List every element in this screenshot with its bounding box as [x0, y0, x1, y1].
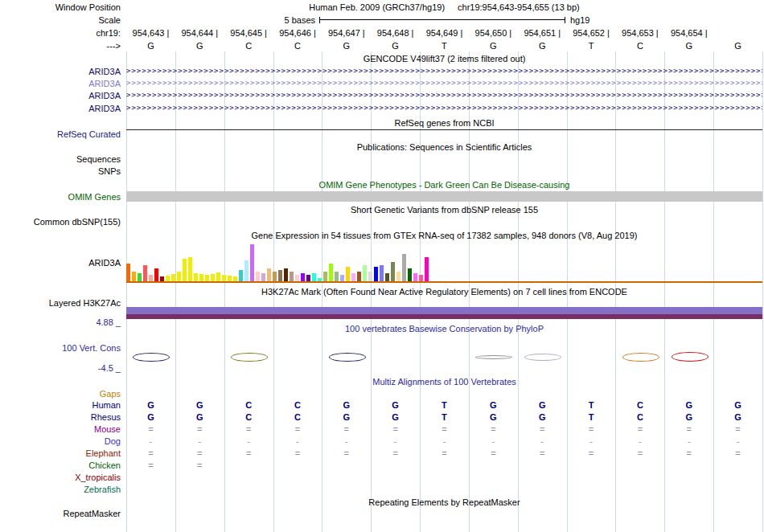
species-label-x_tropicalis[interactable]: X_tropicalis: [0, 472, 121, 483]
gtex-expression-bar[interactable]: [363, 265, 367, 281]
gtex-expression-bar[interactable]: [419, 275, 423, 281]
ruler-base: G: [371, 40, 420, 51]
snps-label[interactable]: SNPs: [0, 166, 121, 177]
alignment-base: -: [175, 436, 224, 447]
gtex-expression-bar[interactable]: [239, 270, 243, 281]
gtex-expression-bar[interactable]: [425, 257, 429, 281]
ruler-position: 954,653|: [615, 27, 664, 39]
gene-transcript[interactable]: >>>>>>>>>>>>>>>>>>>>>>>>>>>>>>>>>>>>>>>>…: [126, 78, 762, 88]
scale-value: 5 bases: [263, 14, 315, 26]
species-label-human[interactable]: Human: [0, 399, 121, 411]
gtex-expression-bar[interactable]: [340, 275, 344, 281]
gtex-expression-bar[interactable]: [391, 262, 395, 281]
refseq-curated-label[interactable]: RefSeq Curated: [0, 129, 121, 140]
gene-label[interactable]: ARID3A: [0, 90, 121, 101]
gtex-expression-bar[interactable]: [278, 270, 282, 281]
alignment-base: -: [420, 436, 469, 447]
gtex-expression-bar[interactable]: [380, 265, 384, 281]
gtex-expression-bar[interactable]: [408, 268, 412, 281]
gtex-gene-label[interactable]: ARID3A: [0, 257, 121, 268]
gene-transcript[interactable]: >>>>>>>>>>>>>>>>>>>>>>>>>>>>>>>>>>>>>>>>…: [126, 103, 762, 113]
ruler-position: 954,647|: [322, 27, 371, 39]
gene-transcript[interactable]: >>>>>>>>>>>>>>>>>>>>>>>>>>>>>>>>>>>>>>>>…: [126, 90, 762, 100]
gtex-expression-bar[interactable]: [143, 265, 147, 281]
h3k27ac-band[interactable]: [126, 307, 762, 314]
ruler-base: T: [567, 40, 616, 51]
h3k27ac-track-header: H3K27Ac Mark (Often Found Near Active Re…: [126, 286, 762, 297]
gtex-expression-bar[interactable]: [301, 273, 305, 281]
gtex-expression-bar[interactable]: [273, 272, 277, 281]
alignment-base: G: [126, 411, 175, 423]
gtex-expression-bar[interactable]: [205, 275, 209, 281]
dbsnp-label[interactable]: Common dbSNP(155): [0, 216, 121, 227]
gtex-expression-bar[interactable]: [261, 273, 265, 281]
gtex-expression-bar[interactable]: [222, 275, 226, 281]
species-label-mouse[interactable]: Mouse: [0, 424, 121, 435]
gtex-expression-bar[interactable]: [351, 273, 355, 281]
ruler-bases: GGCCGGTGGTCGG: [126, 40, 762, 51]
gtex-expression-bar[interactable]: [396, 272, 400, 281]
alignment-base: =: [615, 448, 664, 459]
alignment-base: C: [273, 411, 322, 423]
gtex-expression-bar[interactable]: [194, 273, 198, 281]
gene-label[interactable]: ARID3A: [0, 103, 121, 114]
ruler-position: 954,652|: [567, 27, 616, 39]
gtex-expression-bar[interactable]: [357, 272, 361, 281]
gene-label[interactable]: ARID3A: [0, 66, 121, 77]
gtex-expression-bar[interactable]: [312, 273, 316, 281]
gtex-expression-bar[interactable]: [154, 268, 158, 281]
gtex-expression-bar[interactable]: [256, 272, 260, 281]
refseq-transcript-line[interactable]: [126, 129, 762, 130]
gtex-expression-bar[interactable]: [199, 274, 203, 281]
gtex-expression-bar[interactable]: [244, 260, 249, 281]
gtex-expression-bar[interactable]: [335, 272, 339, 281]
gtex-expression-bar[interactable]: [188, 257, 192, 281]
h3k27ac-band[interactable]: [126, 314, 762, 319]
h3k27ac-label[interactable]: Layered H3K27Ac: [0, 297, 121, 309]
gtex-expression-bar[interactable]: [166, 276, 170, 281]
gene-transcript[interactable]: >>>>>>>>>>>>>>>>>>>>>>>>>>>>>>>>>>>>>>>>…: [126, 66, 762, 76]
gtex-expression-bar[interactable]: [177, 272, 181, 281]
gtex-expression-bar[interactable]: [413, 273, 417, 281]
omim-gene-bar[interactable]: [126, 191, 762, 202]
species-label-zebrafish[interactable]: Zebrafish: [0, 484, 121, 495]
gtex-expression-bar[interactable]: [211, 274, 215, 281]
gtex-expression-bar[interactable]: [138, 273, 142, 281]
alignment-base: =: [371, 448, 420, 459]
gtex-expression-bar[interactable]: [228, 276, 232, 281]
gtex-expression-bar[interactable]: [374, 267, 378, 281]
species-label-dog[interactable]: Dog: [0, 436, 121, 447]
gtex-expression-bar[interactable]: [250, 244, 254, 281]
gtex-expression-bar[interactable]: [183, 259, 187, 281]
gtex-expression-bar[interactable]: [126, 264, 130, 281]
gtex-expression-bar[interactable]: [306, 275, 310, 281]
gtex-expression-bar[interactable]: [290, 272, 294, 281]
gtex-expression-bar[interactable]: [216, 272, 220, 281]
conservation-max-label: 4.88 _: [0, 317, 121, 328]
gtex-expression-bar[interactable]: [368, 272, 372, 281]
alignment-base: =: [175, 448, 224, 459]
gtex-expression-bar[interactable]: [402, 254, 406, 281]
gtex-expression-bar[interactable]: [329, 264, 333, 281]
alignment-base: G: [175, 399, 224, 411]
gtex-expression-bar[interactable]: [171, 274, 175, 281]
species-label-rhesus[interactable]: Rhesus: [0, 411, 121, 423]
gtex-expression-bar[interactable]: [385, 273, 389, 281]
gtex-expression-bar[interactable]: [346, 267, 350, 281]
gtex-expression-bar[interactable]: [267, 268, 271, 281]
gtex-expression-bar[interactable]: [295, 275, 299, 281]
alignment-base: -: [713, 436, 762, 447]
species-label-chicken[interactable]: Chicken: [0, 460, 121, 471]
gtex-expression-bar[interactable]: [132, 272, 136, 281]
species-label-elephant[interactable]: Elephant: [0, 448, 121, 459]
alignment-base: =: [567, 448, 616, 459]
gtex-expression-bar[interactable]: [284, 268, 288, 281]
conservation-label[interactable]: 100 Vert. Cons: [0, 342, 121, 354]
repeatmasker-label[interactable]: RepeatMasker: [0, 508, 121, 519]
omim-genes-label[interactable]: OMIM Genes: [0, 191, 121, 203]
gtex-expression-bar[interactable]: [323, 272, 327, 281]
gene-label[interactable]: ARID3A: [0, 78, 121, 89]
gtex-expression-chart[interactable]: [126, 243, 430, 281]
gtex-expression-bar[interactable]: [149, 275, 153, 281]
sequences-label[interactable]: Sequences: [0, 153, 121, 165]
